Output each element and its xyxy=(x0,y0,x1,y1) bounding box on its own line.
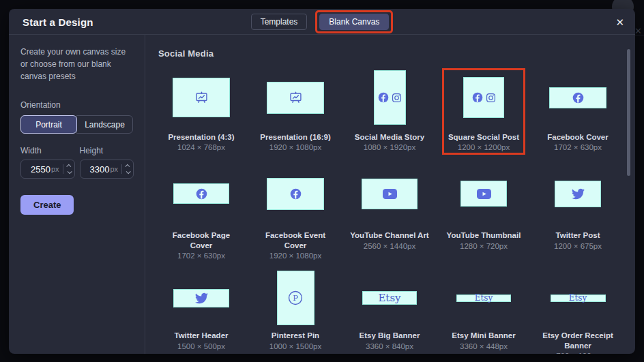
preset-name: Etsy Big Banner xyxy=(360,331,420,340)
preset-preview-area: Etsy xyxy=(456,271,511,325)
orientation-landscape-button[interactable]: Landscape xyxy=(76,115,133,134)
facebook-icon xyxy=(378,92,389,103)
preset-square-social-post[interactable]: Square Social Post1200 × 1200px xyxy=(437,68,531,151)
height-label: Height xyxy=(80,146,134,155)
twitter-icon xyxy=(195,292,208,305)
preset-etsy-big-banner[interactable]: EtsyEtsy Big Banner3360 × 840px xyxy=(342,271,437,354)
preset-size: 1500 × 500px xyxy=(177,342,225,350)
canvas-preview xyxy=(267,82,324,114)
facebook-icon xyxy=(472,92,483,103)
preset-name: Twitter Post xyxy=(556,230,600,240)
preset-name: Presentation (4:3) xyxy=(168,132,234,142)
preset-size: 1024 × 768px xyxy=(177,143,225,151)
preset-youtube-channel-art[interactable]: YouTube Channel Art2560 × 1440px xyxy=(342,162,437,260)
presentation-board-icon xyxy=(289,91,303,105)
width-label: Width xyxy=(20,146,75,155)
preset-size: 1000 × 1500px xyxy=(269,342,321,350)
preset-twitter-header[interactable]: Twitter Header1500 × 500px xyxy=(154,271,248,354)
preset-facebook-cover[interactable]: Facebook Cover1702 × 630px xyxy=(531,68,625,151)
preset-preview-area xyxy=(463,68,504,127)
orientation-toggle: Portrait Landscape xyxy=(20,115,134,134)
youtube-icon xyxy=(477,189,491,199)
height-stepper[interactable] xyxy=(121,164,130,174)
width-stepper[interactable] xyxy=(63,164,71,174)
dimension-fields: Width 2550 px Height 3300 px xyxy=(20,146,134,179)
preset-social-media-story[interactable]: Social Media Story1080 × 1920px xyxy=(342,68,437,151)
content-area: Social Media Presentation (4:3)1024 × 76… xyxy=(145,35,635,354)
preset-grid: Presentation (4:3)1024 × 768pxPresentati… xyxy=(154,68,635,354)
preset-presentation-4-3[interactable]: Presentation (4:3)1024 × 768px xyxy=(154,68,248,151)
canvas-preview xyxy=(173,289,229,307)
width-input[interactable]: 2550 px xyxy=(20,160,75,179)
preset-preview-area xyxy=(549,68,606,127)
instagram-icon xyxy=(392,93,402,103)
canvas-preview xyxy=(463,77,504,118)
canvas-preview xyxy=(362,179,418,209)
preset-preview-area xyxy=(362,162,418,225)
preset-name: Square Social Post xyxy=(448,132,519,142)
preset-twitter-post[interactable]: Twitter Post1200 × 675px xyxy=(531,162,625,260)
preset-name: Social Media Story xyxy=(355,132,424,142)
modal-header: Start a Design Templates Blank Canvas ✕ xyxy=(9,9,635,35)
tab-group: Templates Blank Canvas xyxy=(251,10,394,33)
canvas-preview xyxy=(460,181,507,207)
preset-name: YouTube Channel Art xyxy=(350,230,428,240)
width-unit: px xyxy=(51,165,59,173)
presentation-board-icon xyxy=(194,91,209,105)
etsy-logo-text: Etsy xyxy=(378,293,400,303)
canvas-preview xyxy=(555,181,601,207)
preset-preview-area xyxy=(460,162,507,225)
preset-name: Etsy Mini Banner xyxy=(452,331,515,340)
facebook-icon xyxy=(572,92,584,104)
preset-name: Facebook Event Cover xyxy=(255,230,336,250)
preset-size: 1920 × 1080px xyxy=(269,252,321,260)
preset-size: 1920 × 1080px xyxy=(269,143,321,151)
preset-preview-area xyxy=(267,68,324,127)
preset-preview-area xyxy=(267,162,324,225)
chevron-up-icon[interactable] xyxy=(66,164,71,169)
preset-name: Pinterest Pin xyxy=(272,331,319,340)
canvas-preview xyxy=(173,183,229,204)
preset-facebook-page-cover[interactable]: Facebook Page Cover1702 × 630px xyxy=(154,162,248,260)
instagram-icon xyxy=(486,93,496,103)
preset-preview-area: P xyxy=(277,271,314,325)
preset-size: 1080 × 1920px xyxy=(364,143,415,151)
preset-name: YouTube Thumbnail xyxy=(447,230,521,240)
preset-facebook-event-cover[interactable]: Facebook Event Cover1920 × 1080px xyxy=(248,162,342,260)
preset-preview-area: Etsy xyxy=(551,271,606,325)
close-icon[interactable]: ✕ xyxy=(615,16,624,27)
height-input[interactable]: 3300 px xyxy=(80,160,134,179)
sidebar: Create your own canvas size or choose fr… xyxy=(9,35,145,354)
etsy-logo-text: Etsy xyxy=(569,294,587,302)
preset-youtube-thumbnail[interactable]: YouTube Thumbnail1280 × 720px xyxy=(437,162,531,260)
preset-name: Facebook Page Cover xyxy=(161,230,241,250)
canvas-preview: P xyxy=(277,271,314,325)
preset-name: Facebook Cover xyxy=(547,132,608,142)
preset-pinterest-pin[interactable]: PPinterest Pin1000 × 1500px xyxy=(248,271,342,354)
chevron-down-icon[interactable] xyxy=(67,169,72,174)
canvas-preview xyxy=(267,178,324,210)
canvas-preview xyxy=(173,78,230,117)
scrollbar-thumb[interactable] xyxy=(627,49,630,176)
preset-size: 3360 × 448px xyxy=(460,342,508,350)
preset-preview-area xyxy=(173,271,229,325)
preset-etsy-order-receipt-banner[interactable]: EtsyEtsy Order Receipt Banner760 × 100px xyxy=(531,271,625,354)
svg-text:P: P xyxy=(293,293,298,303)
preset-preview-area xyxy=(173,162,229,225)
section-title: Social Media xyxy=(158,48,635,59)
tab-templates[interactable]: Templates xyxy=(251,14,308,30)
preset-presentation-16-9[interactable]: Presentation (16:9)1920 × 1080px xyxy=(248,68,342,151)
preset-name: Etsy Order Receipt Banner xyxy=(538,331,618,350)
preset-size: 760 × 100px xyxy=(556,352,600,354)
create-button[interactable]: Create xyxy=(20,195,74,215)
preset-preview-area xyxy=(173,68,230,127)
modal-title: Start a Design xyxy=(23,16,93,27)
preset-preview-area xyxy=(374,68,406,127)
sidebar-description: Create your own canvas size or choose fr… xyxy=(20,46,134,82)
chevron-up-icon[interactable] xyxy=(125,164,130,169)
tab-blank-canvas[interactable]: Blank Canvas xyxy=(319,14,389,30)
preset-etsy-mini-banner[interactable]: EtsyEtsy Mini Banner3360 × 448px xyxy=(437,271,531,354)
chevron-down-icon[interactable] xyxy=(126,169,131,174)
orientation-portrait-button[interactable]: Portrait xyxy=(20,115,77,134)
background-divider-line xyxy=(635,35,644,35)
